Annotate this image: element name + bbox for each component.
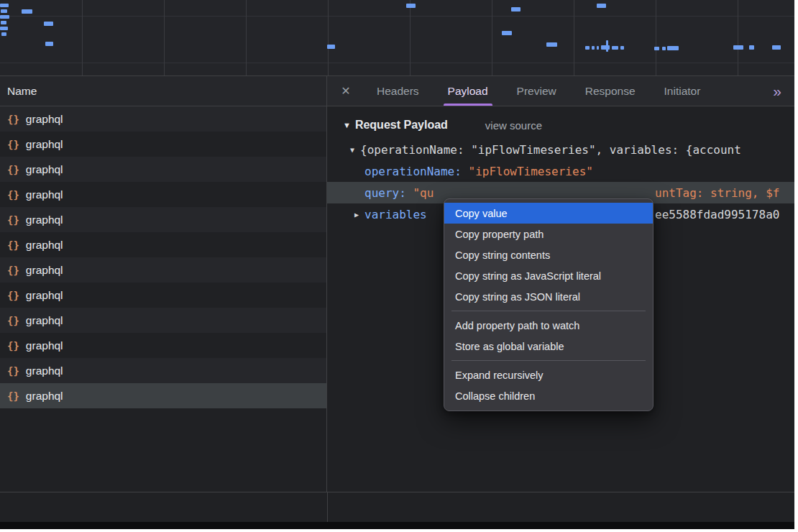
tree-row-operation-name[interactable]: operationName: "ipFlowTimeseries" (327, 160, 794, 182)
menu-item-copy-string-as-json-literal[interactable]: Copy string as JSON literal (444, 286, 653, 307)
timeline-bar (1, 21, 6, 24)
chevron-double-right-icon: » (773, 83, 781, 100)
timeline-gridline (656, 0, 656, 75)
request-payload-section-header[interactable]: ▼ Request Payload view source (327, 106, 794, 135)
request-name: graphql (26, 138, 63, 151)
menu-item-copy-string-contents[interactable]: Copy string contents (444, 244, 653, 265)
json-braces-icon: {} (7, 265, 19, 276)
section-title: Request Payload (355, 119, 448, 132)
property-key: query: (364, 186, 406, 200)
menu-item-add-property-path-to-watch[interactable]: Add property path to watch (444, 315, 653, 336)
view-source-link[interactable]: view source (485, 119, 542, 132)
request-list-panel: Name {}graphql{}graphql{}graphql{}graphq… (0, 76, 327, 492)
menu-item-expand-recursively[interactable]: Expand recursively (444, 364, 653, 385)
request-row[interactable]: {}graphql (0, 157, 326, 182)
property-value-start: "qu (413, 186, 434, 200)
json-braces-icon: {} (7, 139, 19, 150)
menu-separator (451, 311, 646, 311)
menu-item-copy-value[interactable]: Copy value (444, 203, 653, 224)
json-braces-icon: {} (7, 365, 19, 377)
tabs-container: HeadersPayloadPreviewResponseInitiator (366, 76, 711, 106)
timeline-gridline (328, 0, 329, 75)
timeline-gridline (574, 0, 574, 75)
request-row[interactable]: {}graphql (0, 283, 326, 308)
name-column-label: Name (7, 85, 37, 98)
request-row[interactable]: {}graphql (0, 132, 326, 157)
menu-item-copy-property-path[interactable]: Copy property path (444, 224, 653, 244)
timeline-bar (667, 46, 679, 50)
timeline-bar (327, 45, 335, 49)
timeline-bar (597, 46, 599, 50)
request-name: graphql (26, 239, 63, 252)
timeline-bar (585, 46, 590, 50)
expand-triangle-icon[interactable]: ▶ (354, 211, 359, 219)
network-overview-strip[interactable] (0, 0, 794, 76)
more-tabs-button[interactable]: » (773, 76, 781, 106)
tab-preview[interactable]: Preview (506, 76, 567, 106)
timeline-bar (0, 4, 9, 7)
request-name: graphql (26, 339, 63, 352)
property-key: variables (364, 208, 427, 221)
tab-headers[interactable]: Headers (366, 76, 430, 106)
tab-payload[interactable]: Payload (437, 76, 499, 106)
details-tab-bar: ✕ HeadersPayloadPreviewResponseInitiator… (327, 76, 794, 106)
timeline-gridline (164, 0, 165, 75)
menu-item-store-as-global-variable[interactable]: Store as global variable (444, 336, 653, 357)
request-row[interactable]: {}graphql (0, 182, 326, 207)
tree-root-preview[interactable]: ▼ {operationName: "ipFlowTimeseries", va… (327, 139, 794, 160)
selected-tab-underline (444, 104, 492, 106)
tab-response[interactable]: Response (574, 76, 646, 106)
request-row[interactable]: {}graphql (0, 383, 326, 408)
request-row[interactable]: {}graphql (0, 106, 326, 132)
json-braces-icon: {} (7, 114, 19, 125)
json-braces-icon: {} (7, 189, 19, 201)
json-braces-icon: {} (7, 315, 19, 326)
tab-initiator[interactable]: Initiator (653, 76, 712, 106)
tab-label: Payload (448, 85, 488, 98)
timeline-bar (620, 46, 624, 50)
name-column-header[interactable]: Name (0, 76, 326, 106)
request-name: graphql (26, 390, 63, 403)
timeline-gridline (492, 0, 492, 75)
timeline-bar (1, 32, 6, 36)
close-icon: ✕ (341, 84, 350, 98)
menu-item-copy-string-as-javascript-literal[interactable]: Copy string as JavaScript literal (444, 265, 653, 286)
timeline-bar (592, 46, 595, 50)
request-name: graphql (26, 163, 63, 176)
request-name: graphql (26, 364, 63, 377)
request-row[interactable]: {}graphql (0, 232, 326, 257)
network-main-area: Name {}graphql{}graphql{}graphql{}graphq… (0, 76, 794, 492)
timeline-bar (749, 45, 754, 50)
close-button[interactable]: ✕ (333, 76, 359, 106)
request-name: graphql (26, 314, 63, 327)
timeline-bar (22, 9, 32, 14)
timeline-gridline (246, 0, 247, 75)
timeline-bar (772, 45, 781, 50)
json-braces-icon: {} (7, 239, 19, 251)
request-name: graphql (26, 264, 63, 277)
context-menu: Copy valueCopy property pathCopy string … (444, 198, 653, 411)
json-braces-icon: {} (7, 290, 19, 301)
request-name: graphql (26, 113, 63, 126)
menu-separator (451, 360, 646, 361)
property-preview-fragment: ee5588fdad995178a0 (655, 203, 779, 225)
timeline-gridline (0, 16, 794, 17)
json-braces-icon: {} (7, 390, 19, 402)
summary-footer (0, 492, 794, 522)
request-row[interactable]: {}graphql (0, 207, 326, 232)
request-row[interactable]: {}graphql (0, 333, 326, 358)
request-rows: {}graphql{}graphql{}graphql{}graphql{}gr… (0, 106, 326, 492)
request-row[interactable]: {}graphql (0, 257, 326, 283)
json-braces-icon: {} (7, 214, 19, 226)
timeline-bar (612, 46, 618, 50)
request-row[interactable]: {}graphql (0, 308, 326, 333)
expand-triangle-icon[interactable]: ▼ (350, 146, 354, 154)
request-row[interactable]: {}graphql (0, 358, 326, 383)
timeline-bar (0, 15, 9, 19)
menu-item-collapse-children[interactable]: Collapse children (444, 385, 653, 406)
tab-label: Response (585, 85, 636, 98)
timeline-bar (0, 27, 8, 30)
root-preview-text: {operationName: "ipFlowTimeseries", vari… (360, 143, 741, 157)
timeline-bar (654, 47, 659, 50)
property-value: "ipFlowTimeseries" (469, 165, 593, 178)
